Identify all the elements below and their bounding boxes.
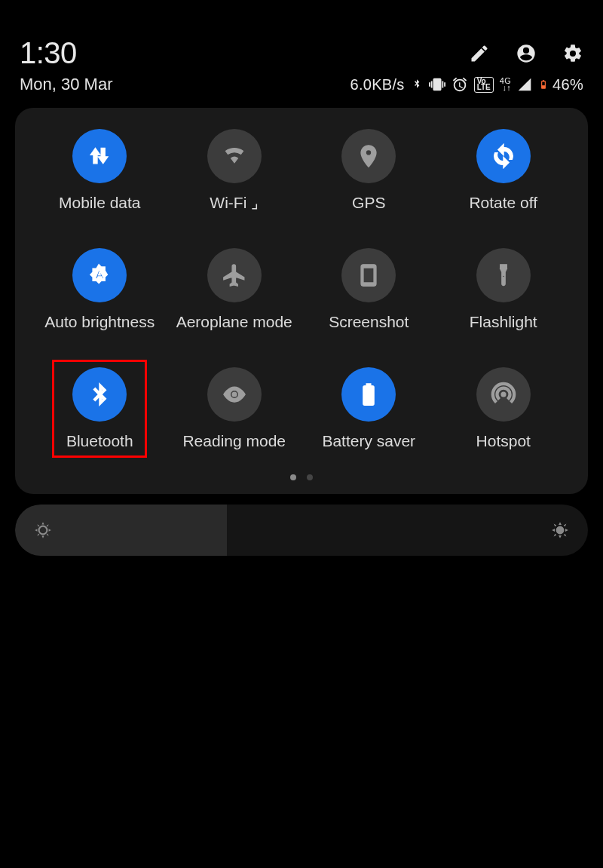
tile-rotate[interactable]: Rotate off [440,129,568,212]
volte-badge: Vo LTE [474,77,494,93]
net-speed: 6.0KB/s [350,76,404,94]
tile-wifi[interactable]: Wi-Fi ⌟ [171,129,298,212]
tile-label: Rotate off [469,194,537,212]
brightness-high-icon [550,520,570,540]
tile-auto-brightness[interactable]: Auto brightness [36,248,164,331]
tile-aeroplane[interactable]: Aeroplane mode [171,248,298,331]
tile-reading[interactable]: Reading mode [171,367,298,450]
vibrate-icon [429,76,445,93]
tile-label: Aeroplane mode [176,313,292,331]
brightness-auto-icon[interactable] [72,248,127,302]
annotation-highlight [52,360,147,458]
eye-icon[interactable] [207,367,262,422]
brightness-low-icon [33,520,53,540]
tile-mobile-data[interactable]: Mobile data [36,129,164,212]
tile-label: Flashlight [470,313,537,331]
location-icon[interactable] [341,129,396,183]
brightness-slider[interactable] [15,505,588,556]
tile-label: Reading mode [182,432,286,450]
tile-label: Hotspot [476,432,531,450]
tile-battery-saver[interactable]: Battery saver [305,367,433,450]
tile-label: Auto brightness [44,313,155,331]
tile-screenshot[interactable]: Screenshot [305,248,433,331]
rotate-icon[interactable] [476,129,531,183]
phone-frame-icon[interactable] [341,248,396,302]
tile-label: Mobile data [59,194,141,212]
battery-icon [538,76,549,93]
settings-icon[interactable] [562,43,583,64]
tile-hotspot[interactable]: Hotspot [440,367,568,450]
signal-icon [517,77,532,92]
clock-time[interactable]: 1:30 [20,36,77,70]
account-icon[interactable] [516,43,537,64]
tile-gps[interactable]: GPS [305,129,433,212]
tile-bluetooth[interactable]: Bluetooth [36,367,164,450]
page-dot-0[interactable] [290,474,296,480]
status-bar: 6.0KB/s Vo LTE 4G↓↑ 46% [350,76,583,94]
network-4g: 4G↓↑ [500,78,511,92]
tile-label: Wi-Fi ⌟ [210,194,259,212]
battery-plus-icon[interactable] [341,367,396,422]
quick-settings-panel: Mobile dataWi-Fi ⌟GPSRotate offAuto brig… [15,108,588,494]
tile-label: Screenshot [329,313,409,331]
data-arrows-icon[interactable] [72,129,127,183]
page-indicator[interactable] [36,474,567,480]
edit-icon[interactable] [469,43,490,64]
torch-icon[interactable] [476,248,531,302]
battery-percent: 46% [552,76,583,94]
tile-label: GPS [352,194,385,212]
wifi-icon[interactable] [207,129,262,183]
page-dot-1[interactable] [307,474,313,480]
date-label[interactable]: Mon, 30 Mar [20,75,113,94]
alarm-icon [451,76,468,93]
tile-flashlight[interactable]: Flashlight [440,248,568,331]
tile-label: Battery saver [322,432,415,450]
bluetooth-status-icon [411,76,423,93]
hotspot-icon[interactable] [476,367,531,422]
airplane-icon[interactable] [207,248,262,302]
